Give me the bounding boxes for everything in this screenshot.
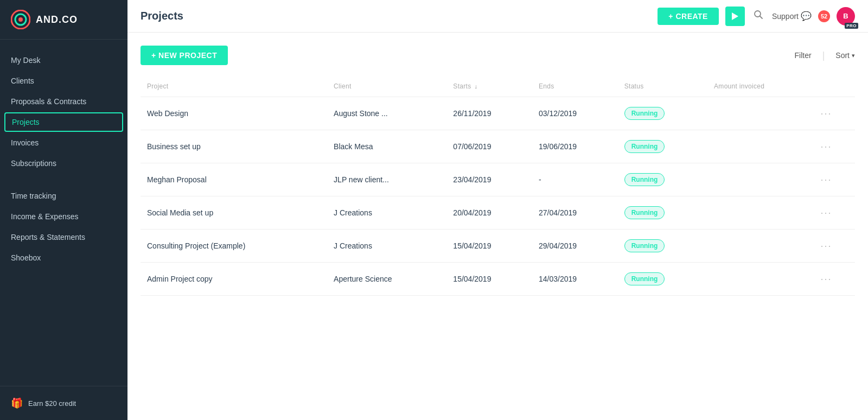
- sidebar-item-my-desk[interactable]: My Desk: [0, 50, 127, 70]
- col-header-client: Client: [327, 78, 446, 97]
- support-label: Support: [772, 12, 799, 21]
- more-options-button[interactable]: ···: [821, 174, 832, 186]
- table-row[interactable]: Meghan ProposalJLP new client...23/04/20…: [141, 163, 855, 196]
- cell-starts: 15/04/2019: [446, 230, 532, 263]
- more-options-button[interactable]: ···: [821, 207, 832, 219]
- sidebar: AND.CO My Desk Clients Proposals & Contr…: [0, 0, 127, 420]
- separator: |: [822, 50, 825, 61]
- sort-button[interactable]: Sort ▾: [835, 51, 855, 60]
- cell-ends: -: [532, 163, 618, 196]
- sidebar-item-label: Income & Expenses: [11, 212, 79, 221]
- col-header-starts[interactable]: Starts ↓: [446, 78, 532, 97]
- status-badge: Running: [624, 272, 665, 285]
- toolbar-row: + NEW PROJECT Filter | Sort ▾: [141, 46, 855, 65]
- sidebar-item-label: Subscriptions: [11, 159, 56, 168]
- sidebar-item-label: Invoices: [11, 138, 39, 147]
- more-options-button[interactable]: ···: [821, 108, 832, 119]
- notifications-badge[interactable]: 52: [818, 10, 830, 22]
- cell-ends: 19/06/2019: [532, 130, 618, 163]
- sidebar-item-label: Reports & Statements: [11, 233, 85, 241]
- pro-badge: PRO: [845, 23, 858, 29]
- cell-client: Aperture Science: [327, 263, 446, 296]
- sort-arrow-icon: ↓: [475, 83, 478, 90]
- earn-credit-item[interactable]: 🎁 Earn $20 credit: [0, 386, 127, 420]
- sort-label: Sort: [835, 51, 850, 60]
- table-body: Web DesignAugust Stone ...26/11/201903/1…: [141, 97, 855, 296]
- col-client-label: Client: [334, 82, 351, 90]
- col-header-actions: [814, 78, 856, 97]
- gift-icon: 🎁: [11, 397, 23, 409]
- cell-starts: 26/11/2019: [446, 97, 532, 130]
- table-row[interactable]: Consulting Project (Example)J Creations1…: [141, 230, 855, 263]
- avatar-initials: B: [843, 12, 848, 20]
- cell-starts: 07/06/2019: [446, 130, 532, 163]
- table-row[interactable]: Web DesignAugust Stone ...26/11/201903/1…: [141, 97, 855, 130]
- header: Projects + CREATE Support 💬 52 B PRO: [127, 0, 868, 33]
- cell-amount-invoiced: [707, 263, 814, 296]
- more-options-button[interactable]: ···: [821, 240, 832, 252]
- cell-client: JLP new client...: [327, 163, 446, 196]
- cell-starts: 20/04/2019: [446, 196, 532, 230]
- main-content: Projects + CREATE Support 💬 52 B PRO: [127, 0, 868, 420]
- cell-ends: 03/12/2019: [532, 97, 618, 130]
- sidebar-item-income-expenses[interactable]: Income & Expenses: [0, 207, 127, 226]
- cell-starts: 23/04/2019: [446, 163, 532, 196]
- cell-client: J Creations: [327, 230, 446, 263]
- cell-project: Consulting Project (Example): [141, 230, 327, 263]
- status-badge: Running: [624, 206, 665, 219]
- col-starts-label: Starts: [453, 82, 471, 90]
- table-row[interactable]: Social Media set upJ Creations20/04/2019…: [141, 196, 855, 230]
- cell-status: Running: [618, 163, 707, 196]
- col-ends-label: Ends: [539, 82, 554, 90]
- cell-status: Running: [618, 230, 707, 263]
- sidebar-item-label: Clients: [11, 77, 34, 85]
- filter-sort-area: Filter | Sort ▾: [795, 50, 856, 61]
- cell-status: Running: [618, 97, 707, 130]
- filter-button[interactable]: Filter: [795, 51, 812, 60]
- cell-project: Social Media set up: [141, 196, 327, 230]
- cell-ends: 14/03/2019: [532, 263, 618, 296]
- page-title: Projects: [141, 10, 651, 22]
- svg-marker-3: [732, 12, 738, 20]
- sidebar-item-subscriptions[interactable]: Subscriptions: [0, 154, 127, 173]
- cell-actions: ···: [814, 130, 856, 163]
- sidebar-item-shoebox[interactable]: Shoebox: [0, 248, 127, 268]
- play-button[interactable]: [725, 7, 745, 26]
- sidebar-primary-nav: My Desk Clients Proposals & Contracts Pr…: [0, 40, 127, 268]
- notif-count: 52: [818, 10, 830, 22]
- col-project-label: Project: [147, 82, 168, 90]
- sidebar-item-label: Time tracking: [11, 192, 56, 200]
- new-project-button[interactable]: + NEW PROJECT: [141, 46, 228, 65]
- content-area: + NEW PROJECT Filter | Sort ▾ Project: [127, 33, 868, 420]
- create-button[interactable]: + CREATE: [658, 8, 719, 25]
- cell-status: Running: [618, 130, 707, 163]
- sidebar-item-reports-statements[interactable]: Reports & Statements: [0, 227, 127, 247]
- cell-project: Meghan Proposal: [141, 163, 327, 196]
- cell-actions: ···: [814, 97, 856, 130]
- table-row[interactable]: Business set upBlack Mesa07/06/201919/06…: [141, 130, 855, 163]
- sidebar-item-label: My Desk: [11, 56, 40, 65]
- sidebar-item-clients[interactable]: Clients: [0, 71, 127, 91]
- search-icon[interactable]: [751, 8, 765, 24]
- sidebar-item-invoices[interactable]: Invoices: [0, 133, 127, 152]
- status-badge: Running: [624, 140, 665, 153]
- col-header-project: Project: [141, 78, 327, 97]
- cell-client: August Stone ...: [327, 97, 446, 130]
- sidebar-item-proposals-contracts[interactable]: Proposals & Contracts: [0, 92, 127, 111]
- sidebar-item-label: Proposals & Contracts: [11, 97, 86, 106]
- col-header-ends: Ends: [532, 78, 618, 97]
- col-header-status: Status: [618, 78, 707, 97]
- table-row[interactable]: Admin Project copyAperture Science15/04/…: [141, 263, 855, 296]
- sidebar-item-projects[interactable]: Projects: [4, 112, 123, 132]
- support-area[interactable]: Support 💬: [772, 11, 812, 21]
- cell-status: Running: [618, 263, 707, 296]
- col-amount-label: Amount invoiced: [714, 82, 764, 90]
- cell-project: Web Design: [141, 97, 327, 130]
- logo-area[interactable]: AND.CO: [0, 0, 127, 40]
- more-options-button[interactable]: ···: [821, 273, 832, 285]
- chevron-down-icon: ▾: [852, 52, 855, 59]
- sidebar-item-time-tracking[interactable]: Time tracking: [0, 186, 127, 206]
- more-options-button[interactable]: ···: [821, 141, 832, 152]
- cell-amount-invoiced: [707, 97, 814, 130]
- avatar[interactable]: B PRO: [837, 7, 855, 26]
